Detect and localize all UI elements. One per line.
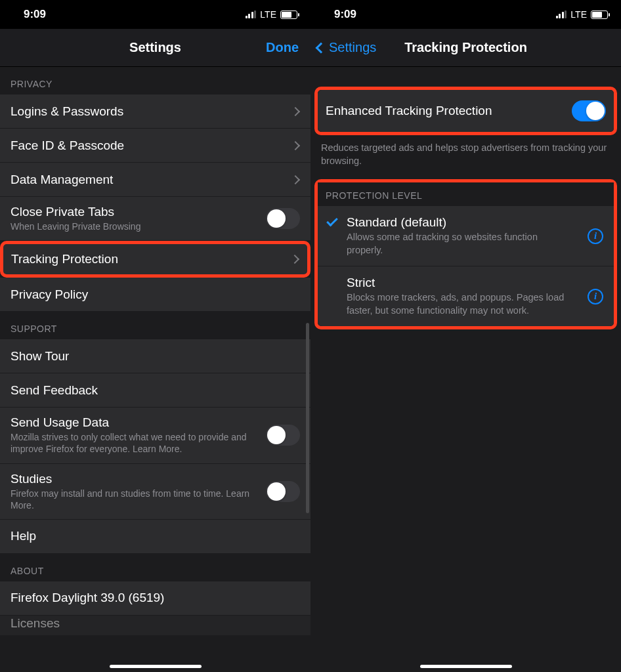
home-indicator[interactable] [420, 665, 512, 668]
row-label: Privacy Policy [11, 287, 300, 302]
row-licenses[interactable]: Licenses [0, 616, 310, 635]
row-label: Help [11, 529, 300, 543]
status-right: LTE [246, 9, 297, 20]
chevron-left-icon [316, 42, 327, 53]
row-show-tour[interactable]: Show Tour [0, 339, 310, 373]
done-button[interactable]: Done [266, 40, 299, 55]
row-privacy-policy[interactable]: Privacy Policy [0, 278, 310, 312]
row-logins-passwords[interactable]: Logins & Passwords [0, 94, 310, 129]
row-close-private-tabs[interactable]: Close Private Tabs When Leaving Private … [0, 197, 310, 241]
enhanced-tracking-protection-toggle[interactable] [572, 100, 606, 121]
row-studies[interactable]: Studies Firefox may install and run stud… [0, 464, 310, 520]
row-faceid-passcode[interactable]: Face ID & Passcode [0, 129, 310, 163]
row-label: Close Private Tabs [11, 205, 266, 219]
settings-content[interactable]: PRIVACY Logins & Passwords Face ID & Pas… [0, 67, 310, 672]
signal-icon [556, 10, 567, 18]
battery-icon [280, 10, 297, 19]
back-label: Settings [329, 40, 376, 55]
checkmark-icon [326, 215, 338, 227]
row-label: Tracking Protection [11, 252, 291, 266]
row-label: Send Feedback [11, 383, 300, 398]
nav-bar: Settings Done [0, 29, 310, 67]
chevron-right-icon [291, 175, 300, 184]
nav-title: Settings [129, 40, 181, 55]
carrier-label: LTE [570, 9, 587, 20]
send-usage-data-toggle[interactable] [266, 425, 300, 446]
status-time: 9:09 [334, 8, 356, 21]
row-subtitle: When Leaving Private Browsing [11, 220, 266, 232]
row-send-usage-data[interactable]: Send Usage Data Mozilla strives to only … [0, 408, 310, 463]
signal-icon [246, 10, 257, 18]
row-label: Licenses [11, 616, 300, 631]
etp-footer: Reduces targeted ads and helps stop adve… [310, 135, 621, 179]
section-header-protection-level: PROTECTION LEVEL [318, 182, 614, 206]
row-label: Logins & Passwords [11, 104, 292, 119]
row-data-management[interactable]: Data Management [0, 163, 310, 197]
row-label: Show Tour [11, 349, 300, 364]
carrier-label: LTE [260, 9, 276, 20]
row-help[interactable]: Help [0, 520, 310, 554]
row-label: Enhanced Tracking Protection [326, 104, 572, 118]
back-button[interactable]: Settings [317, 40, 376, 55]
row-label: Face ID & Passcode [11, 138, 292, 153]
section-header-about: ABOUT [0, 554, 310, 581]
option-subtitle: Blocks more trackers, ads, and popups. P… [347, 291, 603, 317]
protection-level-highlight: PROTECTION LEVEL Standard (default) Allo… [314, 179, 617, 329]
info-icon[interactable]: i [588, 228, 603, 244]
nav-title: Tracking Protection [404, 40, 527, 55]
nav-bar: Settings Tracking Protection [310, 29, 621, 67]
row-subtitle: Firefox may install and run studies from… [11, 488, 266, 511]
row-send-feedback[interactable]: Send Feedback [0, 373, 310, 408]
row-version[interactable]: Firefox Daylight 39.0 (6519) [0, 581, 310, 616]
row-enhanced-tracking-protection[interactable]: Enhanced Tracking Protection [318, 90, 614, 132]
section-header-privacy: PRIVACY [0, 67, 310, 94]
option-title: Strict [347, 276, 603, 290]
row-label: Firefox Daylight 39.0 (6519) [11, 591, 300, 605]
scroll-indicator[interactable] [306, 323, 309, 513]
section-header-support: SUPPORT [0, 312, 310, 339]
chevron-right-icon [291, 140, 300, 150]
etp-highlight: Enhanced Tracking Protection [314, 87, 617, 135]
tracking-content[interactable]: Enhanced Tracking Protection Reduces tar… [310, 67, 621, 672]
status-right: LTE [556, 9, 608, 20]
row-subtitle: Mozilla strives to only collect what we … [11, 431, 266, 455]
close-private-tabs-toggle[interactable] [266, 208, 300, 229]
status-time: 9:09 [24, 8, 46, 21]
option-title: Standard (default) [347, 215, 603, 230]
tracking-protection-screen: 9:09 LTE Settings Tracking Protection En… [310, 0, 621, 672]
row-label: Data Management [11, 173, 292, 187]
home-indicator[interactable] [110, 665, 202, 668]
row-tracking-protection[interactable]: Tracking Protection [0, 241, 310, 278]
status-bar: 9:09 LTE [310, 0, 621, 29]
info-icon[interactable]: i [588, 289, 603, 304]
row-label: Send Usage Data [11, 415, 266, 430]
chevron-right-icon [290, 255, 299, 264]
status-bar: 9:09 LTE [0, 0, 310, 29]
settings-screen: 9:09 LTE Settings Done PRIVACY Logins & … [0, 0, 310, 672]
row-standard[interactable]: Standard (default) Allows some ad tracki… [318, 206, 614, 266]
option-subtitle: Allows some ad tracking so websites func… [347, 231, 603, 257]
battery-icon [591, 10, 608, 19]
row-strict[interactable]: Strict Blocks more trackers, ads, and po… [318, 266, 614, 326]
chevron-right-icon [291, 106, 300, 116]
studies-toggle[interactable] [266, 481, 300, 502]
row-label: Studies [11, 472, 266, 486]
